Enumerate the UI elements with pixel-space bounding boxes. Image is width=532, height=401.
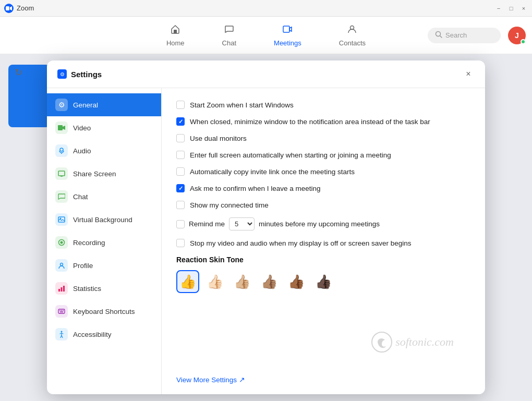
sidebar-video-label: Video — [73, 124, 91, 132]
sidebar-profile-label: Profile — [73, 262, 93, 270]
close-button[interactable]: × — [519, 4, 528, 13]
avatar[interactable]: J — [508, 27, 526, 44]
keyboard-shortcuts-icon — [55, 305, 68, 318]
checkbox-confirm-leave[interactable] — [176, 184, 185, 192]
emoji-medium[interactable]: 👍🏽 — [258, 270, 281, 293]
watermark-text: softonic.com — [395, 335, 454, 349]
tab-home[interactable]: Home — [158, 20, 193, 51]
contacts-icon — [347, 24, 357, 37]
settings-sidebar: ⚙ General Video — [47, 88, 162, 394]
virtual-background-icon — [55, 213, 68, 226]
sidebar-share-label: Share Screen — [73, 170, 116, 178]
meetings-icon — [282, 24, 293, 37]
emoji-medium-light[interactable]: 👍🏼 — [231, 270, 253, 293]
setting-start-zoom: Start Zoom when I start Windows — [176, 101, 470, 109]
tab-chat[interactable]: Chat — [214, 20, 245, 51]
view-more-settings[interactable]: View More Settings ↗ — [176, 365, 245, 384]
emoji-default[interactable]: 👍 — [176, 270, 199, 293]
label-full-screen: Enter full screen automatically when sta… — [190, 151, 391, 159]
setting-copy-invite: Automatically copy invite link once the … — [176, 167, 470, 176]
sidebar-item-keyboard-shortcuts[interactable]: Keyboard Shortcuts — [47, 300, 161, 323]
emoji-dark[interactable]: 👍🏿 — [312, 270, 335, 293]
checkbox-stop-video[interactable] — [176, 239, 185, 247]
checkbox-copy-invite[interactable] — [176, 167, 185, 176]
svg-point-6 — [60, 148, 63, 151]
checkbox-dual-monitors[interactable] — [176, 134, 185, 142]
label-remind-prefix: Remind me — [189, 220, 225, 228]
recording-icon — [55, 236, 68, 249]
settings-content: Start Zoom when I start Windows When clo… — [162, 88, 485, 394]
home-icon — [170, 24, 180, 37]
sidebar-item-video[interactable]: Video — [47, 116, 161, 139]
emoji-light[interactable]: 👍🏻 — [203, 270, 226, 293]
checkbox-minimize-window[interactable] — [176, 117, 185, 126]
profile-icon — [55, 259, 68, 272]
svg-point-23 — [61, 331, 63, 333]
setting-remind-me: Remind me 5 10 15 30 minutes before my u… — [176, 217, 470, 230]
label-remind-suffix: minutes before my upcoming meetings — [259, 220, 380, 228]
label-minimize-window: When closed, minimize window to the noti… — [190, 118, 430, 126]
modal-close-button[interactable]: × — [462, 68, 475, 80]
svg-rect-18 — [58, 309, 65, 313]
tab-contacts[interactable]: Contacts — [331, 20, 374, 51]
minimize-button[interactable]: − — [494, 4, 503, 13]
maximize-button[interactable]: □ — [507, 4, 515, 13]
remind-select[interactable]: 5 10 15 30 — [229, 217, 255, 230]
sidebar-item-profile[interactable]: Profile — [47, 254, 161, 277]
svg-rect-16 — [61, 287, 63, 291]
svg-rect-5 — [58, 125, 63, 130]
video-icon — [55, 121, 68, 134]
settings-modal-icon: ⚙ — [57, 69, 67, 79]
app-title: Zoom — [17, 4, 34, 12]
svg-rect-22 — [60, 312, 63, 313]
setting-stop-video: Stop my video and audio when my display … — [176, 239, 470, 247]
sidebar-item-accessibility[interactable]: Accessibility — [47, 323, 161, 346]
view-more-label: View More Settings — [176, 376, 237, 384]
label-copy-invite: Automatically copy invite link once the … — [190, 168, 355, 176]
sidebar-item-audio[interactable]: Audio — [47, 139, 161, 162]
svg-rect-8 — [58, 171, 65, 176]
chat-icon — [224, 24, 234, 37]
checkbox-start-zoom[interactable] — [176, 101, 185, 109]
label-connected-time: Show my connected time — [190, 201, 269, 209]
reaction-title: Reaction Skin Tone — [176, 256, 470, 264]
sidebar-item-chat[interactable]: Chat — [47, 185, 161, 208]
sidebar-accessibility-label: Accessibility — [73, 331, 112, 338]
chat-sidebar-icon — [55, 190, 68, 203]
tab-meetings[interactable]: Meetings — [265, 20, 310, 51]
avatar-initials: J — [515, 31, 519, 40]
sidebar-audio-label: Audio — [73, 147, 91, 155]
titlebar: Zoom − □ × — [0, 0, 532, 17]
sidebar-item-virtual-background[interactable]: Virtual Background — [47, 208, 161, 231]
search-icon — [435, 31, 442, 40]
svg-point-4 — [436, 31, 441, 36]
search-bar[interactable]: Search — [428, 28, 501, 43]
online-status-dot — [521, 39, 526, 44]
checkbox-full-screen[interactable] — [176, 151, 185, 159]
checkbox-remind[interactable] — [176, 220, 185, 228]
sidebar-item-general[interactable]: ⚙ General — [47, 93, 161, 116]
sidebar-chat-label: Chat — [73, 193, 88, 201]
sidebar-recording-label: Recording — [73, 239, 105, 247]
setting-minimize-window: When closed, minimize window to the noti… — [176, 117, 470, 126]
svg-rect-2 — [283, 26, 289, 32]
share-screen-icon — [55, 167, 68, 180]
statistics-icon — [55, 282, 68, 295]
svg-rect-15 — [58, 289, 60, 291]
modal-body: ⚙ General Video — [47, 88, 485, 394]
reaction-skin-tone-section: Reaction Skin Tone 👍 👍🏻 👍🏼 👍🏽 👍🏾 👍🏿 — [176, 256, 470, 293]
setting-dual-monitors: Use dual monitors — [176, 134, 470, 142]
sidebar-item-statistics[interactable]: Statistics — [47, 277, 161, 300]
sidebar-item-share-screen[interactable]: Share Screen — [47, 162, 161, 185]
checkbox-connected-time[interactable] — [176, 201, 185, 209]
label-stop-video: Stop my video and audio when my display … — [190, 239, 411, 247]
sidebar-statistics-label: Statistics — [73, 285, 101, 293]
modal-overlay: ⚙ Settings × ⚙ General — [0, 54, 532, 401]
general-icon: ⚙ — [55, 99, 68, 111]
emoji-medium-dark[interactable]: 👍🏾 — [285, 270, 308, 293]
sidebar-item-recording[interactable]: Recording — [47, 231, 161, 254]
svg-rect-21 — [63, 310, 64, 311]
navbar: Home Chat Meetings — [0, 17, 532, 54]
sidebar-general-label: General — [73, 101, 98, 109]
setting-full-screen: Enter full screen automatically when sta… — [176, 151, 470, 159]
